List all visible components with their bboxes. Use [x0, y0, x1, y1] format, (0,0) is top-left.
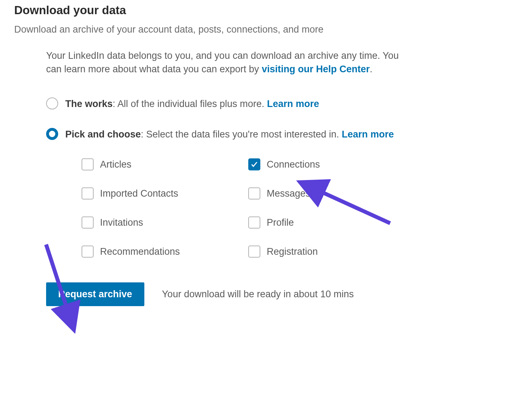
request-archive-button[interactable]: Request archive [46, 282, 144, 306]
option-pick-and-choose-label: Pick and choose: Select the data files y… [65, 128, 394, 141]
checkbox-label-messages: Messages [267, 188, 310, 199]
option-the-works-bold: The works [65, 98, 113, 109]
checkbox-item-messages[interactable]: Messages [248, 187, 408, 199]
the-works-learn-more-link[interactable]: Learn more [267, 98, 319, 109]
action-row: Request archive Your download will be re… [46, 282, 411, 306]
data-file-checkbox-grid: Articles Connections Imported Contacts M… [46, 158, 411, 258]
checkbox-unchecked-icon [82, 246, 94, 258]
checkbox-item-registration[interactable]: Registration [248, 246, 408, 258]
export-option-group: The works: All of the individual files p… [46, 97, 411, 141]
option-the-works-label: The works: All of the individual files p… [65, 97, 319, 110]
checkbox-item-profile[interactable]: Profile [248, 216, 408, 229]
intro-text-after: . [370, 64, 372, 74]
checkbox-label-imported-contacts: Imported Contacts [100, 188, 178, 199]
checkbox-item-connections[interactable]: Connections [248, 158, 408, 170]
check-icon [250, 161, 258, 168]
checkbox-unchecked-icon [248, 216, 260, 229]
pick-learn-more-link[interactable]: Learn more [342, 129, 394, 140]
page-subtitle: Download an archive of your account data… [14, 24, 518, 35]
checkbox-label-recommendations: Recommendations [100, 246, 180, 257]
checkbox-label-invitations: Invitations [100, 217, 143, 228]
checkbox-unchecked-icon [248, 187, 260, 199]
checkbox-unchecked-icon [82, 187, 94, 199]
option-pick-and-choose[interactable]: Pick and choose: Select the data files y… [46, 128, 411, 141]
checkbox-unchecked-icon [82, 216, 94, 229]
checkbox-item-imported-contacts[interactable]: Imported Contacts [82, 187, 241, 199]
intro-text: Your LinkedIn data belongs to you, and y… [46, 49, 411, 76]
radio-unchecked-icon [46, 97, 58, 109]
checkbox-label-articles: Articles [100, 159, 132, 170]
checkbox-label-connections: Connections [267, 159, 320, 170]
option-pick-bold: Pick and choose [65, 129, 141, 140]
checkbox-unchecked-icon [248, 246, 260, 258]
option-pick-desc: : Select the data files you're most inte… [141, 129, 342, 140]
page-title: Download your data [14, 4, 518, 17]
content-area: Your LinkedIn data belongs to you, and y… [14, 49, 411, 306]
help-center-link[interactable]: visiting our Help Center [262, 64, 370, 74]
checkbox-item-recommendations[interactable]: Recommendations [82, 246, 241, 258]
option-the-works-desc: : All of the individual files plus more. [113, 98, 267, 109]
checkbox-checked-icon [248, 158, 260, 170]
download-ready-note: Your download will be ready in about 10 … [162, 289, 354, 300]
option-the-works[interactable]: The works: All of the individual files p… [46, 97, 411, 110]
checkbox-label-profile: Profile [267, 217, 294, 228]
checkbox-item-invitations[interactable]: Invitations [82, 216, 241, 229]
checkbox-unchecked-icon [82, 158, 94, 170]
checkbox-label-registration: Registration [267, 246, 318, 257]
radio-checked-icon [46, 128, 58, 140]
checkbox-item-articles[interactable]: Articles [82, 158, 241, 170]
